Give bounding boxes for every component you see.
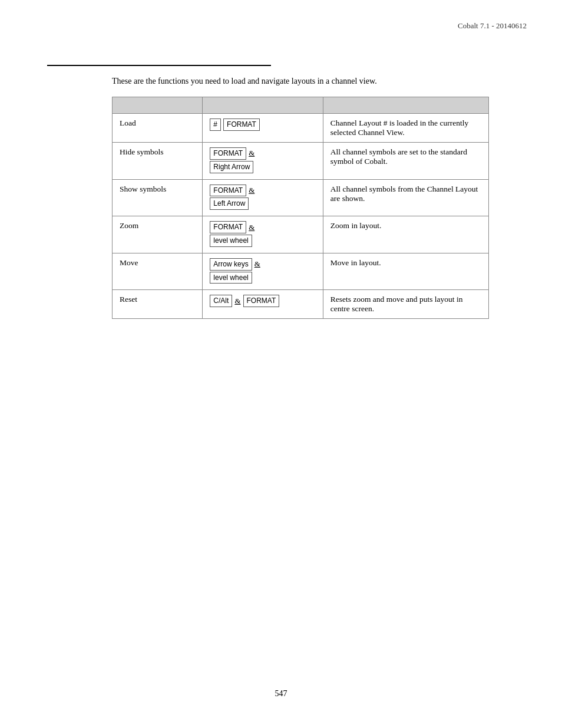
- table-row: Hide symbols FORMAT & Right Arrow All ch…: [113, 143, 489, 180]
- col-header-keys: [203, 97, 323, 114]
- key-level-wheel: level wheel: [210, 235, 252, 247]
- description-cell: All channel symbols from the Channel Lay…: [323, 179, 488, 216]
- function-cell: Hide symbols: [113, 143, 203, 180]
- section-divider: [47, 65, 271, 66]
- key-format: FORMAT: [210, 147, 246, 160]
- amp-symbol: &: [234, 297, 240, 306]
- key-hash: #: [210, 118, 221, 131]
- table-row: Reset C/Alt & FORMAT Resets zoom and mov…: [113, 290, 489, 319]
- key-left-arrow: Left Arrow: [210, 197, 249, 210]
- amp-symbol: &: [249, 223, 254, 232]
- key-format: FORMAT: [223, 118, 260, 131]
- description-cell: Resets zoom and move and puts layout in …: [323, 290, 488, 319]
- table-row: Load # FORMAT Channel Layout # is loaded…: [113, 114, 489, 143]
- function-cell: Zoom: [113, 216, 203, 253]
- amp-symbol: &: [249, 186, 254, 195]
- table-row: Move Arrow keys & level wheel Move in la…: [113, 253, 489, 290]
- col-header-function: [113, 97, 203, 114]
- amp-symbol: &: [254, 259, 260, 269]
- keys-cell: FORMAT & Right Arrow: [203, 143, 323, 180]
- function-cell: Load: [113, 114, 203, 143]
- amp-symbol: &: [249, 149, 254, 158]
- intro-paragraph: These are the functions you need to load…: [112, 77, 515, 86]
- keys-cell: FORMAT & Left Arrow: [203, 179, 323, 216]
- key-format: FORMAT: [210, 185, 246, 197]
- key-format: FORMAT: [210, 221, 246, 233]
- table-row: Show symbols FORMAT & Left Arrow All cha…: [113, 179, 489, 216]
- description-cell: Zoom in layout.: [323, 216, 488, 253]
- keys-cell: FORMAT & level wheel: [203, 216, 323, 253]
- page-number: 547: [275, 689, 287, 699]
- key-right-arrow: Right Arrow: [210, 161, 253, 173]
- description-cell: Channel Layout # is loaded in the curren…: [323, 114, 488, 143]
- version-header: Cobalt 7.1 - 20140612: [458, 21, 527, 31]
- functions-table: Load # FORMAT Channel Layout # is loaded…: [112, 97, 489, 319]
- keys-cell: Arrow keys & level wheel: [203, 253, 323, 290]
- key-calt: C/Alt: [210, 295, 232, 307]
- table-row: Zoom FORMAT & level wheel Zoom in layout…: [113, 216, 489, 253]
- keys-cell: # FORMAT: [203, 114, 323, 143]
- key-arrow-keys: Arrow keys: [210, 258, 252, 271]
- description-cell: Move in layout.: [323, 253, 488, 290]
- key-level-wheel: level wheel: [210, 272, 252, 284]
- description-cell: All channel symbols are set to the stand…: [323, 143, 488, 180]
- function-cell: Reset: [113, 290, 203, 319]
- keys-cell: C/Alt & FORMAT: [203, 290, 323, 319]
- col-header-description: [323, 97, 488, 114]
- function-cell: Move: [113, 253, 203, 290]
- function-cell: Show symbols: [113, 179, 203, 216]
- key-format: FORMAT: [243, 295, 280, 307]
